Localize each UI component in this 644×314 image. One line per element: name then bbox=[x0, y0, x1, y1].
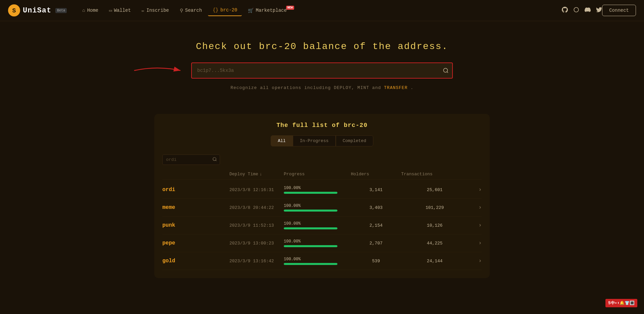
transactions-4: 24,144 bbox=[401, 259, 468, 264]
transactions-0: 25,601 bbox=[401, 187, 468, 192]
svg-line-6 bbox=[216, 160, 217, 161]
nav-links: ⌂ Home ▭ Wallet ✏ Inscribe ⚲ Search {} b… bbox=[77, 5, 556, 16]
progress-bar-bg-4 bbox=[284, 263, 337, 265]
brc20-icon: {} bbox=[213, 7, 218, 13]
token-name-pepe[interactable]: pepe bbox=[162, 240, 229, 246]
sort-icon[interactable]: ↓ bbox=[260, 172, 262, 177]
progress-bar-fill-1 bbox=[284, 210, 337, 212]
deploy-time-3: 2023/3/9 13:00:23 bbox=[229, 241, 284, 246]
progress-bar-fill-4 bbox=[284, 263, 337, 265]
nav-link-marketplace[interactable]: 🛒 Marketplace NEW bbox=[243, 5, 294, 16]
progress-pct-3: 100.00% bbox=[284, 239, 301, 244]
beta-badge: Beta bbox=[55, 8, 67, 13]
holders-2: 2,154 bbox=[351, 223, 401, 228]
holders-1: 3,403 bbox=[351, 205, 401, 210]
token-search bbox=[162, 154, 220, 165]
table-row: punk 2023/3/9 11:52:13 100.00% 2,154 10,… bbox=[162, 217, 482, 234]
deploy-time-4: 2023/3/9 13:16:42 bbox=[229, 259, 284, 264]
address-search-button[interactable] bbox=[443, 68, 449, 74]
token-search-button[interactable] bbox=[210, 155, 220, 165]
search-nav-icon: ⚲ bbox=[180, 8, 183, 13]
holders-0: 3,141 bbox=[351, 187, 401, 192]
progress-cell-1: 100.00% bbox=[284, 204, 351, 212]
progress-bar-bg-1 bbox=[284, 210, 337, 212]
token-search-input[interactable] bbox=[163, 155, 210, 164]
progress-cell-0: 100.00% bbox=[284, 186, 351, 194]
col-deploy-time: Deploy Time ↓ bbox=[229, 172, 284, 177]
brc20-table: Deploy Time ↓ Progress Holders Transacti… bbox=[162, 169, 482, 270]
progress-pct-2: 100.00% bbox=[284, 221, 301, 226]
table-row: meme 2023/3/8 20:44:22 100.00% 3,403 101… bbox=[162, 199, 482, 217]
table-header: Deploy Time ↓ Progress Holders Transacti… bbox=[162, 169, 482, 180]
table-row: pepe 2023/3/9 13:00:23 100.00% 2,707 44,… bbox=[162, 234, 482, 252]
table-title: The full list of brc-20 bbox=[162, 122, 482, 129]
twitter-icon[interactable] bbox=[596, 7, 602, 14]
token-name-gold[interactable]: gold bbox=[162, 258, 229, 264]
nav-link-brc20[interactable]: {} brc-20 bbox=[208, 5, 242, 16]
progress-pct-4: 100.00% bbox=[284, 257, 301, 262]
hero-title: Check out brc-20 balance of the address. bbox=[196, 41, 448, 52]
deploy-time-2: 2023/3/9 11:52:13 bbox=[229, 223, 284, 228]
row-arrow-4[interactable]: › bbox=[468, 258, 482, 264]
connect-button[interactable]: Connect bbox=[602, 5, 636, 16]
filter-tab-in-progress[interactable]: In-Progress bbox=[293, 135, 336, 146]
nav-link-search[interactable]: ⚲ Search bbox=[175, 5, 207, 16]
col-progress: Progress bbox=[284, 172, 351, 177]
social-icons bbox=[562, 7, 602, 14]
logo-icon: S bbox=[8, 4, 20, 16]
address-search-wrapper bbox=[191, 62, 453, 79]
logo-text: UniSat bbox=[23, 6, 51, 15]
address-input[interactable] bbox=[191, 62, 453, 79]
token-name-meme[interactable]: meme bbox=[162, 205, 229, 211]
brc20-table-section: The full list of brc-20 All In-Progress … bbox=[154, 114, 490, 278]
token-name-ordi[interactable]: ordi bbox=[162, 187, 229, 193]
col-action bbox=[468, 172, 482, 177]
github-icon[interactable] bbox=[562, 7, 568, 14]
token-name-punk[interactable]: punk bbox=[162, 222, 229, 228]
progress-bar-bg-2 bbox=[284, 227, 337, 229]
arrow-svg bbox=[131, 64, 184, 77]
svg-point-3 bbox=[443, 68, 447, 72]
wallet-icon: ▭ bbox=[109, 8, 112, 13]
holders-4: 539 bbox=[351, 259, 401, 264]
arrow-indicator bbox=[131, 64, 184, 77]
progress-bar-fill-2 bbox=[284, 227, 337, 229]
marketplace-icon: 🛒 bbox=[248, 8, 254, 13]
navbar: S UniSat Beta ⌂ Home ▭ Wallet ✏ Inscribe… bbox=[0, 0, 644, 21]
progress-cell-4: 100.00% bbox=[284, 257, 351, 265]
row-arrow-1[interactable]: › bbox=[468, 205, 482, 211]
progress-pct-0: 100.00% bbox=[284, 186, 301, 190]
table-row: gold 2023/3/9 13:16:42 100.00% 539 24,14… bbox=[162, 252, 482, 270]
progress-cell-2: 100.00% bbox=[284, 221, 351, 229]
discord-icon[interactable] bbox=[585, 7, 591, 14]
progress-cell-3: 100.00% bbox=[284, 239, 351, 247]
logo[interactable]: S UniSat Beta bbox=[8, 4, 67, 16]
pencil-icon: ✏ bbox=[142, 8, 144, 13]
deploy-time-0: 2023/3/8 12:16:31 bbox=[229, 187, 284, 192]
nav-link-wallet[interactable]: ▭ Wallet bbox=[104, 5, 136, 16]
discord-like-icon[interactable] bbox=[573, 7, 579, 14]
watermark: 5中•⬆🔔👕🔳 bbox=[605, 299, 637, 307]
table-toolbar bbox=[162, 154, 482, 165]
progress-bar-bg-3 bbox=[284, 245, 337, 247]
row-arrow-3[interactable]: › bbox=[468, 240, 482, 246]
deploy-time-1: 2023/3/8 20:44:22 bbox=[229, 205, 284, 210]
hero-section: Check out brc-20 balance of the address.… bbox=[0, 21, 644, 104]
transactions-3: 44,225 bbox=[401, 241, 468, 246]
search-icon-small bbox=[212, 157, 217, 162]
progress-bar-fill-3 bbox=[284, 245, 337, 247]
nav-link-home[interactable]: ⌂ Home bbox=[77, 5, 103, 16]
home-icon: ⌂ bbox=[82, 8, 85, 13]
row-arrow-0[interactable]: › bbox=[468, 187, 482, 193]
nav-link-inscribe[interactable]: ✏ Inscribe bbox=[137, 5, 174, 16]
holders-3: 2,707 bbox=[351, 241, 401, 246]
transactions-1: 101,229 bbox=[401, 205, 468, 210]
filter-tab-all[interactable]: All bbox=[271, 135, 292, 146]
filter-tabs: All In-Progress Completed bbox=[162, 135, 482, 146]
table-body: ordi 2023/3/8 12:16:31 100.00% 3,141 25,… bbox=[162, 181, 482, 270]
svg-text:S: S bbox=[12, 7, 16, 14]
transactions-2: 10,126 bbox=[401, 223, 468, 228]
filter-tab-completed[interactable]: Completed bbox=[336, 135, 373, 146]
row-arrow-2[interactable]: › bbox=[468, 222, 482, 228]
progress-pct-1: 100.00% bbox=[284, 204, 301, 208]
